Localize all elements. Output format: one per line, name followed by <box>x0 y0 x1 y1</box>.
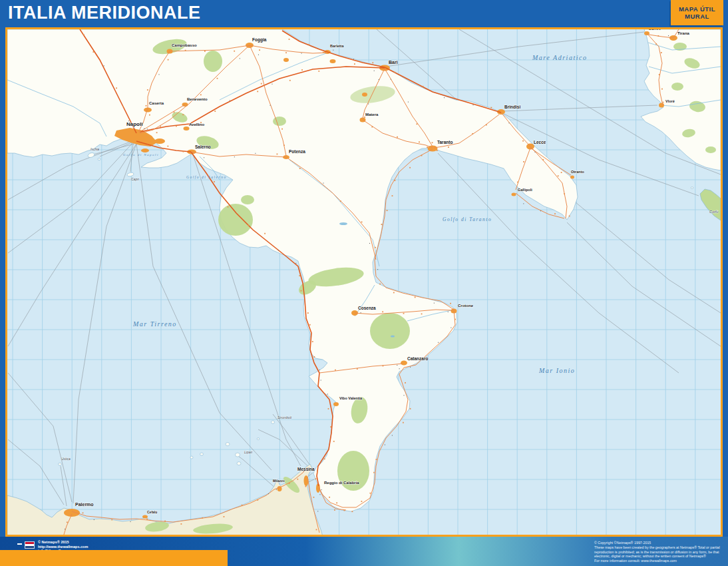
city-label: Barletta <box>330 44 344 48</box>
mapa-util-badge: MAPA ÚTIL MURAL <box>671 0 723 25</box>
map-frame: Mare AdriaticoGolfo di TarantoMar IonioM… <box>5 27 723 537</box>
city-label: Vibo Valentia <box>339 396 363 400</box>
island-label: Stromboli <box>277 416 292 420</box>
badge-line-1: MAPA ÚTIL <box>679 5 715 13</box>
sea-label: Mar Tirreno <box>132 320 177 328</box>
city-label: Gallipoli <box>518 188 532 192</box>
city-label: Bari <box>389 60 398 65</box>
city-label: Crotone <box>458 304 474 308</box>
legal-line: © Copyright ©Netmaps® 1997-2015 <box>594 541 725 545</box>
legal-line: For more information consult: www.thewal… <box>594 559 725 563</box>
city-label: Durrës <box>649 29 661 31</box>
city-label: Benevento <box>187 97 208 101</box>
city-label: Potenza <box>289 149 305 154</box>
city-label: Foggia <box>252 37 267 43</box>
city-label: Cosenza <box>358 306 376 310</box>
wall-map-poster: ITALIA MERIDIONALE MAPA ÚTIL MURAL Mare … <box>0 0 728 566</box>
sea-label: Mar Ionio <box>538 367 575 374</box>
legal-line: reproduction is prohibited; as is the tr… <box>594 550 725 555</box>
city-label: Lecce <box>534 140 546 144</box>
footer-bar: © Netmaps® 2015 http://www.thewallmaps.c… <box>0 537 728 566</box>
city-label: Avellino <box>189 123 204 127</box>
sea-label: Golfo di Salerno <box>186 175 227 179</box>
city-label: Tirana <box>677 31 690 35</box>
city-label: Cefalù <box>147 510 157 514</box>
city-label: Taranto <box>437 140 453 144</box>
city-label: Matera <box>365 113 379 117</box>
map-title: ITALIA MERIDIONALE <box>8 3 200 23</box>
footer-dash <box>17 543 22 545</box>
footer-orange-block <box>0 550 228 566</box>
footer-legal-block: © Copyright ©Netmaps® 1997-2015 These ma… <box>594 541 725 563</box>
header-bar: ITALIA MERIDIONALE <box>0 0 728 27</box>
legal-line: These maps have been created by the geog… <box>594 545 725 550</box>
badge-line-2: MURAL <box>685 13 709 20</box>
city-label: Caserta <box>149 101 164 105</box>
city-label: Reggio di Calabria <box>324 481 359 485</box>
city-label: Milazzo <box>273 479 285 483</box>
sea-label: Golfo di Napoli <box>123 153 159 156</box>
city-label: Campobasso <box>172 43 197 47</box>
city-label: Napoli <box>126 121 142 127</box>
sea-label: Golfo di Taranto <box>443 216 492 222</box>
island-label: Ischia <box>91 147 99 151</box>
city-label: Brindisi <box>504 105 520 109</box>
city-label: Palermo <box>75 502 94 507</box>
city-label: Salerno <box>195 144 211 149</box>
legal-line: electronic, digital or mechanic; without… <box>594 554 725 559</box>
netherlands-flag-icon <box>25 541 35 549</box>
sea-label: Mare Adriatico <box>532 54 587 61</box>
island-label: Lipari <box>244 450 253 454</box>
city-label: Catanzaro <box>407 356 428 361</box>
city-label: Otranto <box>571 170 585 174</box>
city-label: Vlorë <box>665 99 675 103</box>
city-label: Messina <box>297 467 315 471</box>
island-label: Capri <box>131 177 140 181</box>
map-canvas: Mare AdriaticoGolfo di TarantoMar IonioM… <box>7 29 721 535</box>
island-label: Corfù <box>709 210 718 214</box>
island-label: Ustica <box>61 457 71 461</box>
